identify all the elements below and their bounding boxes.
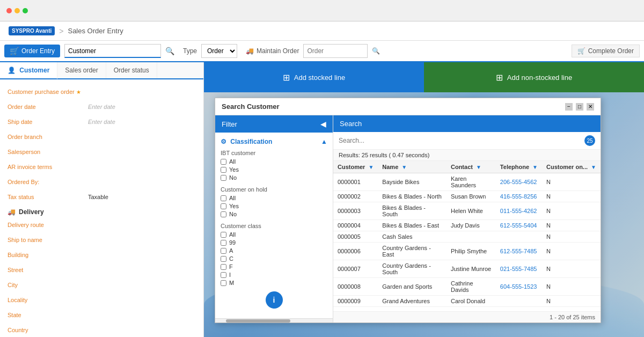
order-entry-label: Order Entry	[21, 47, 55, 55]
hold-all-checkbox[interactable]	[221, 195, 226, 201]
cell-customer: 0000001	[333, 173, 378, 191]
order-input[interactable]	[303, 44, 368, 58]
modal-maximize-button[interactable]: □	[576, 103, 583, 111]
action-buttons: ⊞ Add stocked line ⊞ Add non-stocked lin…	[204, 62, 644, 92]
search-field[interactable]	[339, 137, 581, 144]
cell-customer: 0000005	[333, 231, 378, 243]
class-m-option[interactable]: M	[221, 280, 327, 286]
gear-icon: ⚙	[221, 138, 226, 145]
ibt-all-checkbox[interactable]	[221, 159, 226, 165]
type-select[interactable]: Order Quote	[201, 44, 237, 58]
tab-order-status-label: Order status	[114, 67, 149, 74]
class-c-option[interactable]: C	[221, 255, 327, 262]
class-i-option[interactable]: I	[221, 272, 327, 278]
table-row[interactable]: 0000009 Grand Adventures Carol Donald N	[333, 296, 601, 307]
hold-yes-checkbox[interactable]	[221, 203, 226, 209]
col-contact[interactable]: Contact ▼	[447, 161, 496, 173]
class-a-option[interactable]: A	[221, 247, 327, 254]
phone-link[interactable]: 416-555-8256	[500, 193, 537, 200]
ibt-all-option[interactable]: All	[221, 158, 327, 165]
customer-search-button[interactable]: 🔍	[165, 47, 174, 55]
col-telephone[interactable]: Telephone ▼	[496, 161, 542, 173]
chevron-up-icon: ▲	[321, 138, 327, 145]
label-purchase-order: Customer purchase order	[8, 89, 88, 95]
label-locality: Locality	[8, 297, 88, 303]
value-order-date: Enter date	[88, 104, 196, 110]
phone-link[interactable]: 206-555-4562	[500, 179, 537, 185]
title-bar: SYSPRO Avanti > Sales Order Entry	[0, 21, 644, 41]
table-row[interactable]: 0000007 Country Gardens - South Justine …	[333, 260, 601, 278]
table-row[interactable]: 0000005 Cash Sales N	[333, 231, 601, 243]
cell-customer: 0000009	[333, 296, 378, 307]
stocked-icon: ⊞	[283, 72, 290, 83]
cell-customer-on: N	[542, 296, 601, 307]
table-row[interactable]: 0000003 Bikes & Blades - South Helen Whi…	[333, 202, 601, 220]
filter-content: ⚙ Classification ▲ IBT customer All	[215, 133, 333, 318]
phone-link[interactable]: 612-555-5404	[500, 222, 537, 229]
label-order-date: Order date	[8, 104, 88, 110]
class-a-checkbox[interactable]	[221, 248, 226, 254]
tab-sales-order[interactable]: Sales order	[57, 62, 106, 78]
class-m-checkbox[interactable]	[221, 280, 226, 286]
ibt-yes-checkbox[interactable]	[221, 167, 226, 173]
table-row[interactable]: 0000006 Country Gardens - East Philip Sm…	[333, 243, 601, 260]
hold-all-option[interactable]: All	[221, 195, 327, 201]
hold-yes-option[interactable]: Yes	[221, 203, 327, 209]
hold-no-option[interactable]: No	[221, 211, 327, 217]
class-f-option[interactable]: F	[221, 263, 327, 270]
add-stocked-button[interactable]: ⊞ Add stocked line	[204, 62, 424, 92]
add-non-stocked-button[interactable]: ⊞ Add non-stocked line	[424, 62, 644, 92]
class-99-option[interactable]: 99	[221, 239, 327, 246]
order-entry-tab[interactable]: 🛒 Order Entry	[4, 45, 60, 57]
hold-no-checkbox[interactable]	[221, 211, 226, 217]
class-i-checkbox[interactable]	[221, 272, 226, 278]
ibt-yes-option[interactable]: Yes	[221, 166, 327, 173]
pagination-bar: 1 - 20 of 25 items	[333, 311, 601, 323]
modal-body: Filter ◀ ⚙ Classification ▲	[215, 115, 601, 323]
cell-telephone: 612-555-5404	[496, 220, 542, 231]
cell-contact	[447, 231, 496, 243]
cell-name: Country Gardens - South	[378, 260, 447, 278]
dot-green	[23, 8, 28, 13]
cell-contact: Justine Munroe	[447, 260, 496, 278]
cell-name: Garden and Sports	[378, 278, 447, 296]
info-button[interactable]: i	[266, 291, 283, 309]
modal-close-button[interactable]: ✕	[587, 103, 594, 111]
ibt-no-option[interactable]: No	[221, 174, 327, 181]
complete-order-button[interactable]: 🛒 Complete Order	[572, 45, 640, 57]
phone-link[interactable]: 011-555-4262	[500, 208, 537, 214]
phone-link[interactable]: 612-555-7485	[500, 248, 537, 254]
phone-link[interactable]: 021-555-7485	[500, 266, 537, 272]
col-customer[interactable]: Customer ▼	[333, 161, 378, 173]
classification-toggle[interactable]: ⚙ Classification ▲	[221, 138, 327, 145]
tab-customer[interactable]: 👤 Customer	[0, 62, 57, 79]
ibt-no-checkbox[interactable]	[221, 175, 226, 181]
col-customer-on[interactable]: Customer on... ▼	[542, 161, 601, 173]
col-name[interactable]: Name ▼	[378, 161, 447, 173]
cell-name: Bikes & Blades - North	[378, 191, 447, 202]
cell-name: Bikes & Blades - East	[378, 220, 447, 231]
class-f-checkbox[interactable]	[221, 264, 226, 270]
phone-link[interactable]: 604-555-1523	[500, 283, 537, 290]
class-all-option[interactable]: All	[221, 231, 327, 238]
class-all-checkbox[interactable]	[221, 232, 226, 238]
cell-contact: Philip Smythe	[447, 243, 496, 260]
table-row[interactable]: 0000004 Bikes & Blades - East Judy Davis…	[333, 220, 601, 231]
form-row-ship-date: Ship date Enter date	[8, 116, 196, 128]
customer-input[interactable]	[64, 44, 161, 58]
filter-back-button[interactable]: ◀	[320, 120, 326, 128]
tab-order-status[interactable]: Order status	[106, 62, 157, 78]
table-row[interactable]: 0000002 Bikes & Blades - North Susan Bro…	[333, 191, 601, 202]
value-tax-status: Taxable	[88, 194, 196, 200]
modal-minimize-button[interactable]: −	[565, 103, 573, 111]
table-row[interactable]: 0000008 Garden and Sports Cathrine David…	[333, 278, 601, 296]
cell-contact: Susan Brown	[447, 191, 496, 202]
app-logo: SYSPRO Avanti	[9, 26, 55, 35]
cell-telephone	[496, 231, 542, 243]
delivery-section-header: 🚚 Delivery	[8, 208, 196, 216]
class-99-checkbox[interactable]	[221, 240, 226, 246]
class-c-checkbox[interactable]	[221, 256, 226, 262]
table-row[interactable]: 0000001 Bayside Bikes Karen Saunders 206…	[333, 173, 601, 191]
form-row-ship-to-name: Ship to name	[8, 234, 196, 246]
tabs-bar: 👤 Customer Sales order Order status	[0, 62, 203, 79]
